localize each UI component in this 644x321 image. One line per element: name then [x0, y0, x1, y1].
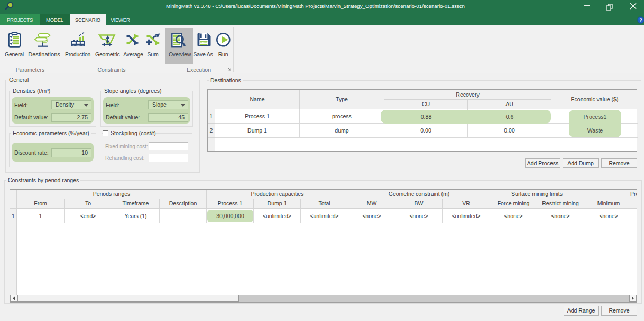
svg-text:?: ? — [640, 17, 642, 23]
